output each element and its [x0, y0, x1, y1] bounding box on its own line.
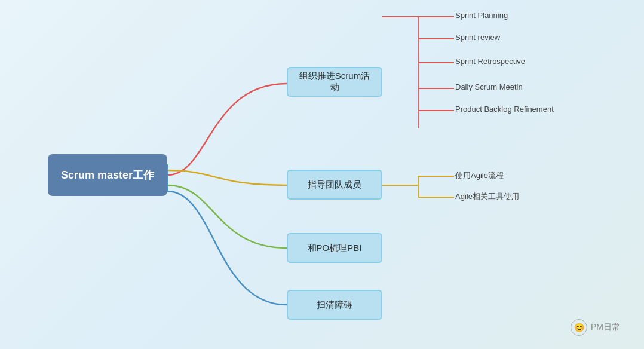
- mind-map-canvas: Scrum master工作 组织推进Scrum活动 Sprint Planni…: [0, 0, 644, 349]
- leaf-agile-tools: Agile相关工具使用: [455, 191, 519, 202]
- leaf-sprint-retrospective: Sprint Retrospective: [455, 57, 525, 66]
- branch-4-label: 扫清障碍: [317, 299, 352, 311]
- leaf-daily-scrum: Daily Scrum Meetin: [455, 82, 523, 91]
- leaf-product-backlog: Product Backlog Refinement: [455, 105, 554, 114]
- root-label: Scrum master工作: [61, 168, 154, 182]
- branch-3-label: 和PO梳理PBI: [308, 243, 362, 254]
- root-node: Scrum master工作: [48, 154, 167, 196]
- branch-node-1: 组织推进Scrum活动: [287, 67, 382, 97]
- branch-1-label: 组织推进Scrum活动: [296, 71, 373, 93]
- watermark: 😊 PM日常: [571, 319, 620, 336]
- leaf-sprint-planning: Sprint Planning: [455, 11, 508, 20]
- leaf-sprint-review: Sprint review: [455, 33, 500, 42]
- watermark-icon: 😊: [571, 319, 587, 336]
- leaf-agile-flow: 使用Agile流程: [455, 170, 504, 181]
- branch-node-3: 和PO梳理PBI: [287, 233, 382, 263]
- watermark-text: PM日常: [591, 322, 620, 333]
- branch-node-2: 指导团队成员: [287, 170, 382, 200]
- branch-2-label: 指导团队成员: [308, 179, 361, 191]
- branch-node-4: 扫清障碍: [287, 290, 382, 320]
